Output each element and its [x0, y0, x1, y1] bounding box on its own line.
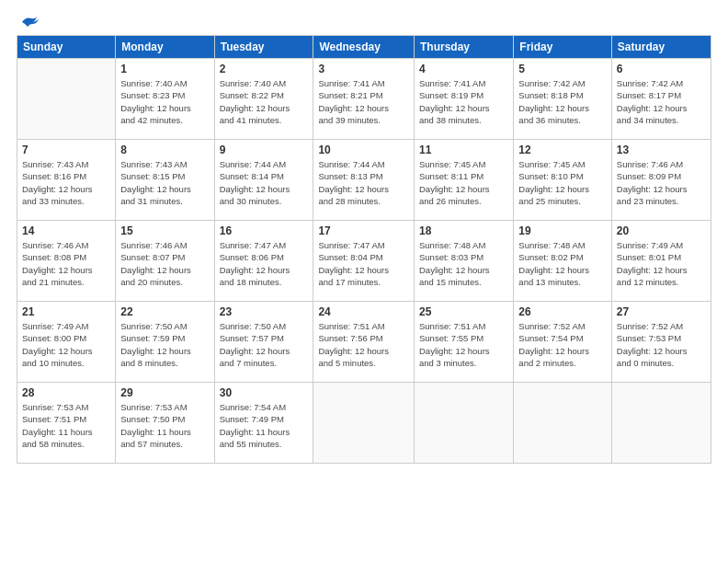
table-row: 10Sunrise: 7:44 AMSunset: 8:13 PMDayligh…: [313, 140, 415, 221]
day-number: 24: [318, 305, 409, 318]
day-info: Sunrise: 7:50 AMSunset: 7:57 PMDaylight:…: [220, 320, 309, 369]
day-info: Sunrise: 7:44 AMSunset: 8:13 PMDaylight:…: [318, 158, 409, 207]
day-info: Sunrise: 7:43 AMSunset: 8:15 PMDaylight:…: [120, 158, 209, 207]
day-info: Sunrise: 7:43 AMSunset: 8:16 PMDaylight:…: [22, 158, 110, 207]
day-info: Sunrise: 7:48 AMSunset: 8:02 PMDaylight:…: [518, 239, 607, 288]
table-row: 14Sunrise: 7:46 AMSunset: 8:08 PMDayligh…: [17, 221, 116, 302]
day-info: Sunrise: 7:47 AMSunset: 8:06 PMDaylight:…: [220, 239, 309, 288]
table-row: 26Sunrise: 7:52 AMSunset: 7:54 PMDayligh…: [514, 302, 612, 383]
table-row: 20Sunrise: 7:49 AMSunset: 8:01 PMDayligh…: [611, 221, 711, 302]
col-header-monday: Monday: [116, 36, 214, 59]
day-number: 13: [617, 144, 706, 156]
table-row: 30Sunrise: 7:54 AMSunset: 7:49 PMDayligh…: [214, 383, 313, 464]
col-header-sunday: Sunday: [17, 36, 116, 59]
day-number: 28: [22, 386, 110, 399]
table-row: 1Sunrise: 7:40 AMSunset: 8:23 PMDaylight…: [116, 59, 214, 140]
calendar-week-row: 14Sunrise: 7:46 AMSunset: 8:08 PMDayligh…: [17, 221, 711, 302]
day-info: Sunrise: 7:48 AMSunset: 8:03 PMDaylight:…: [419, 239, 508, 288]
day-number: 6: [617, 63, 706, 75]
page: SundayMondayTuesdayWednesdayThursdayFrid…: [0, 0, 728, 563]
table-row: [611, 383, 711, 464]
table-row: 11Sunrise: 7:45 AMSunset: 8:11 PMDayligh…: [415, 140, 514, 221]
table-row: 12Sunrise: 7:45 AMSunset: 8:10 PMDayligh…: [514, 140, 612, 221]
col-header-tuesday: Tuesday: [214, 36, 313, 59]
day-number: 10: [318, 144, 409, 156]
day-info: Sunrise: 7:54 AMSunset: 7:49 PMDaylight:…: [220, 401, 309, 450]
day-number: 2: [220, 63, 309, 75]
table-row: 9Sunrise: 7:44 AMSunset: 8:14 PMDaylight…: [214, 140, 313, 221]
day-number: 14: [22, 224, 110, 237]
calendar-week-row: 28Sunrise: 7:53 AMSunset: 7:51 PMDayligh…: [17, 383, 711, 464]
day-number: 25: [419, 305, 508, 318]
day-number: 9: [220, 144, 309, 156]
table-row: 19Sunrise: 7:48 AMSunset: 8:02 PMDayligh…: [514, 221, 612, 302]
calendar-table: SundayMondayTuesdayWednesdayThursdayFrid…: [17, 35, 711, 464]
day-info: Sunrise: 7:49 AMSunset: 8:01 PMDaylight:…: [617, 239, 706, 288]
col-header-wednesday: Wednesday: [313, 36, 415, 59]
logo-bird-icon: [18, 15, 39, 31]
day-info: Sunrise: 7:52 AMSunset: 7:54 PMDaylight:…: [518, 320, 607, 369]
day-info: Sunrise: 7:44 AMSunset: 8:14 PMDaylight:…: [220, 158, 309, 207]
calendar-week-row: 1Sunrise: 7:40 AMSunset: 8:23 PMDaylight…: [17, 59, 711, 140]
col-header-thursday: Thursday: [415, 36, 514, 59]
col-header-friday: Friday: [514, 36, 612, 59]
day-info: Sunrise: 7:51 AMSunset: 7:56 PMDaylight:…: [318, 320, 409, 369]
day-info: Sunrise: 7:42 AMSunset: 8:18 PMDaylight:…: [518, 77, 607, 126]
table-row: 7Sunrise: 7:43 AMSunset: 8:16 PMDaylight…: [17, 140, 116, 221]
day-number: 16: [220, 224, 309, 237]
col-header-saturday: Saturday: [611, 36, 711, 59]
table-row: [415, 383, 514, 464]
table-row: 24Sunrise: 7:51 AMSunset: 7:56 PMDayligh…: [313, 302, 415, 383]
header: [17, 17, 711, 28]
day-number: 27: [617, 305, 706, 318]
day-number: 4: [419, 63, 508, 75]
day-number: 3: [318, 63, 409, 75]
calendar-week-row: 21Sunrise: 7:49 AMSunset: 8:00 PMDayligh…: [17, 302, 711, 383]
table-row: 28Sunrise: 7:53 AMSunset: 7:51 PMDayligh…: [17, 383, 116, 464]
day-number: 15: [120, 224, 209, 237]
day-info: Sunrise: 7:45 AMSunset: 8:11 PMDaylight:…: [419, 158, 508, 207]
day-info: Sunrise: 7:40 AMSunset: 8:22 PMDaylight:…: [220, 77, 309, 126]
day-number: 21: [22, 305, 110, 318]
day-info: Sunrise: 7:41 AMSunset: 8:19 PMDaylight:…: [419, 77, 508, 126]
day-number: 29: [120, 386, 209, 399]
day-number: 19: [518, 224, 607, 237]
day-info: Sunrise: 7:40 AMSunset: 8:23 PMDaylight:…: [120, 77, 209, 126]
table-row: 5Sunrise: 7:42 AMSunset: 8:18 PMDaylight…: [514, 59, 612, 140]
table-row: 15Sunrise: 7:46 AMSunset: 8:07 PMDayligh…: [116, 221, 214, 302]
day-number: 12: [518, 144, 607, 156]
day-number: 17: [318, 224, 409, 237]
day-number: 30: [220, 386, 309, 399]
day-info: Sunrise: 7:51 AMSunset: 7:55 PMDaylight:…: [419, 320, 508, 369]
day-info: Sunrise: 7:53 AMSunset: 7:51 PMDaylight:…: [22, 401, 110, 450]
table-row: 18Sunrise: 7:48 AMSunset: 8:03 PMDayligh…: [415, 221, 514, 302]
day-number: 1: [120, 63, 209, 75]
day-info: Sunrise: 7:41 AMSunset: 8:21 PMDaylight:…: [318, 77, 409, 126]
day-number: 26: [518, 305, 607, 318]
table-row: [313, 383, 415, 464]
day-info: Sunrise: 7:52 AMSunset: 7:53 PMDaylight:…: [617, 320, 706, 369]
day-info: Sunrise: 7:42 AMSunset: 8:17 PMDaylight:…: [617, 77, 706, 126]
table-row: 2Sunrise: 7:40 AMSunset: 8:22 PMDaylight…: [214, 59, 313, 140]
day-number: 7: [22, 144, 110, 156]
day-number: 22: [120, 305, 209, 318]
table-row: 23Sunrise: 7:50 AMSunset: 7:57 PMDayligh…: [214, 302, 313, 383]
table-row: 27Sunrise: 7:52 AMSunset: 7:53 PMDayligh…: [611, 302, 711, 383]
day-info: Sunrise: 7:53 AMSunset: 7:50 PMDaylight:…: [120, 401, 209, 450]
table-row: 8Sunrise: 7:43 AMSunset: 8:15 PMDaylight…: [116, 140, 214, 221]
day-info: Sunrise: 7:46 AMSunset: 8:08 PMDaylight:…: [22, 239, 110, 288]
calendar-header-row: SundayMondayTuesdayWednesdayThursdayFrid…: [17, 36, 711, 59]
table-row: [514, 383, 612, 464]
day-info: Sunrise: 7:46 AMSunset: 8:09 PMDaylight:…: [617, 158, 706, 207]
table-row: 3Sunrise: 7:41 AMSunset: 8:21 PMDaylight…: [313, 59, 415, 140]
table-row: 6Sunrise: 7:42 AMSunset: 8:17 PMDaylight…: [611, 59, 711, 140]
table-row: 4Sunrise: 7:41 AMSunset: 8:19 PMDaylight…: [415, 59, 514, 140]
day-number: 11: [419, 144, 508, 156]
day-number: 5: [518, 63, 607, 75]
table-row: 13Sunrise: 7:46 AMSunset: 8:09 PMDayligh…: [611, 140, 711, 221]
day-number: 23: [220, 305, 309, 318]
table-row: 22Sunrise: 7:50 AMSunset: 7:59 PMDayligh…: [116, 302, 214, 383]
day-info: Sunrise: 7:47 AMSunset: 8:04 PMDaylight:…: [318, 239, 409, 288]
calendar-week-row: 7Sunrise: 7:43 AMSunset: 8:16 PMDaylight…: [17, 140, 711, 221]
table-row: 25Sunrise: 7:51 AMSunset: 7:55 PMDayligh…: [415, 302, 514, 383]
